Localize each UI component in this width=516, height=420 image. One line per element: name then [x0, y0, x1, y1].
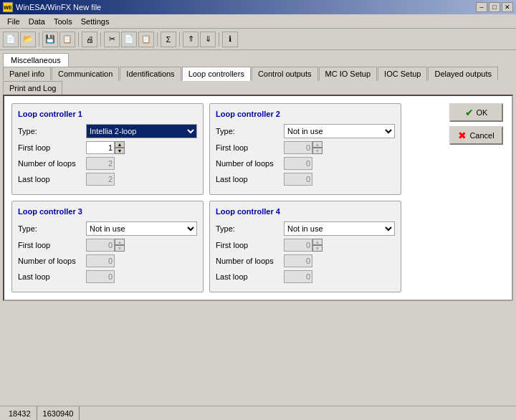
- lc3-last-loop-row: Last loop: [18, 270, 197, 283]
- lc1-type-select[interactable]: Intellia 2-loop Not in use: [86, 124, 197, 138]
- main-content: Loop controller 1 Type: Intellia 2-loop …: [3, 95, 513, 301]
- lc3-first-loop-row: First loop ▲ ▼: [18, 239, 197, 252]
- toolbar-separator-1: [39, 32, 39, 47]
- toolbar-separator-4: [157, 32, 158, 47]
- close-button[interactable]: ✕: [502, 2, 513, 12]
- tab-loop-controllers[interactable]: Loop controllers: [182, 67, 251, 81]
- lc1-first-loop-down[interactable]: ▼: [115, 148, 125, 154]
- cancel-button[interactable]: ✖ Cancel: [449, 126, 503, 145]
- lc2-first-loop-spinner-btns: ▲ ▼: [312, 141, 322, 154]
- tab-print-and-log[interactable]: Print and Log: [3, 81, 62, 95]
- toolbar-separator-3: [100, 32, 101, 47]
- lc4-first-loop-up[interactable]: ▲: [312, 239, 322, 245]
- lc1-first-loop-up[interactable]: ▲: [115, 141, 125, 148]
- lc4-first-loop-spinner: ▲ ▼: [284, 239, 322, 252]
- lc2-last-loop-row: Last loop: [216, 173, 395, 186]
- tab-identifications[interactable]: Identifications: [120, 67, 181, 81]
- lc1-type-label: Type:: [18, 127, 86, 135]
- window-title: WinESA/WinFX New file: [16, 3, 101, 11]
- lc4-num-loops-label: Number of loops: [216, 257, 284, 265]
- lc4-type-select[interactable]: Not in use Intellia 2-loop: [284, 221, 395, 236]
- lc3-num-loops-label: Number of loops: [18, 257, 86, 265]
- lc2-first-loop-up[interactable]: ▲: [312, 141, 322, 148]
- lc3-first-loop-input: [86, 239, 115, 252]
- lc3-last-loop-input: [86, 270, 115, 283]
- tab-panel-info[interactable]: Panel info: [3, 67, 51, 81]
- info-button[interactable]: ℹ: [222, 32, 238, 47]
- ok-button[interactable]: ✔ OK: [449, 103, 503, 122]
- lc4-type-label: Type:: [216, 224, 284, 233]
- status-bar: 18432 1630940: [0, 406, 516, 420]
- up-button[interactable]: ⇑: [183, 32, 199, 47]
- cancel-label: Cancel: [469, 131, 494, 140]
- tab-communication[interactable]: Communication: [52, 67, 119, 81]
- lc4-num-loops-row: Number of loops: [216, 254, 395, 267]
- open-button[interactable]: 📂: [20, 32, 36, 47]
- ok-label: OK: [477, 108, 488, 117]
- lc4-first-loop-label: First loop: [216, 241, 284, 249]
- lc3-first-loop-spinner: ▲ ▼: [86, 239, 125, 252]
- lc2-type-label: Type:: [216, 127, 284, 135]
- lc3-first-loop-up[interactable]: ▲: [115, 239, 125, 245]
- lc4-first-loop-down[interactable]: ▼: [312, 245, 322, 252]
- maximize-button[interactable]: □: [489, 2, 500, 12]
- lc3-title: Loop controller 3: [18, 207, 197, 216]
- menu-bar: File Data Tools Settings: [0, 14, 516, 29]
- lc4-first-loop-spinner-btns: ▲ ▼: [312, 239, 322, 252]
- lc2-first-loop-input: [284, 141, 312, 154]
- print-button[interactable]: 🖨: [82, 32, 97, 47]
- down-button[interactable]: ⇓: [200, 32, 216, 47]
- lc2-last-loop-label: Last loop: [216, 175, 284, 183]
- lc2-num-loops-label: Number of loops: [216, 159, 284, 168]
- lc1-num-loops-input: [86, 157, 115, 170]
- lc2-type-row: Type: Not in use Intellia 2-loop: [216, 124, 395, 138]
- lc2-first-loop-row: First loop ▲ ▼: [216, 141, 395, 154]
- lc4-first-loop-row: First loop ▲ ▼: [216, 239, 395, 252]
- save-as-button[interactable]: 📋: [59, 32, 75, 47]
- save-button[interactable]: 💾: [42, 32, 58, 47]
- tab-miscellaneous[interactable]: Miscellaneous: [3, 53, 69, 67]
- cut-button[interactable]: ✂: [104, 32, 120, 47]
- app-icon: WE: [3, 2, 13, 12]
- controllers-grid: Loop controller 1 Type: Intellia 2-loop …: [11, 103, 398, 292]
- lc2-first-loop-down[interactable]: ▼: [312, 148, 322, 154]
- lc1-last-loop-row: Last loop: [18, 173, 197, 186]
- lc1-title: Loop controller 1: [18, 110, 197, 118]
- menu-tools[interactable]: Tools: [49, 16, 77, 27]
- lc2-first-loop-spinner: ▲ ▼: [284, 141, 322, 154]
- menu-data[interactable]: Data: [24, 16, 49, 27]
- lc1-first-loop-row: First loop ▲ ▼: [18, 141, 197, 154]
- minimize-button[interactable]: –: [476, 2, 487, 12]
- lc4-first-loop-input: [284, 239, 312, 252]
- lc4-last-loop-row: Last loop: [216, 270, 395, 283]
- cancel-icon: ✖: [458, 130, 467, 141]
- ok-icon: ✔: [465, 107, 474, 118]
- lc3-first-loop-down[interactable]: ▼: [115, 245, 125, 252]
- sigma-button[interactable]: Σ: [161, 32, 176, 47]
- tab-control-outputs[interactable]: Control outputs: [252, 67, 318, 81]
- status-left: 18432: [3, 406, 37, 420]
- title-bar: WE WinESA/WinFX New file – □ ✕: [0, 0, 516, 14]
- lc3-type-select[interactable]: Not in use Intellia 2-loop: [86, 221, 197, 236]
- menu-settings[interactable]: Settings: [77, 16, 114, 27]
- lc2-title: Loop controller 2: [216, 110, 395, 118]
- new-button[interactable]: 📄: [3, 32, 19, 47]
- tab-delayed-outputs[interactable]: Delayed outputs: [428, 67, 498, 81]
- lc4-type-row: Type: Not in use Intellia 2-loop: [216, 221, 395, 236]
- toolbar-separator-6: [219, 32, 219, 47]
- tab-mc-io-setup[interactable]: MC IO Setup: [319, 67, 378, 81]
- lc1-first-loop-label: First loop: [18, 143, 86, 152]
- toolbar: 📄 📂 💾 📋 🖨 ✂ 📄 📋 Σ ⇑ ⇓ ℹ: [0, 29, 516, 50]
- copy-button[interactable]: 📄: [121, 32, 137, 47]
- lc3-first-loop-label: First loop: [18, 241, 86, 249]
- paste-button[interactable]: 📋: [138, 32, 154, 47]
- lc1-first-loop-input[interactable]: [86, 141, 115, 154]
- lc2-num-loops-input: [284, 157, 312, 170]
- tab-ioc-setup[interactable]: IOC Setup: [378, 67, 427, 81]
- lc2-num-loops-row: Number of loops: [216, 157, 395, 170]
- controllers-area: Loop controller 1 Type: Intellia 2-loop …: [11, 103, 505, 292]
- lc1-last-loop-label: Last loop: [18, 175, 86, 183]
- lc2-type-select[interactable]: Not in use Intellia 2-loop: [284, 124, 395, 138]
- menu-file[interactable]: File: [3, 16, 24, 27]
- misc-tab-row: Miscellaneous: [0, 50, 516, 67]
